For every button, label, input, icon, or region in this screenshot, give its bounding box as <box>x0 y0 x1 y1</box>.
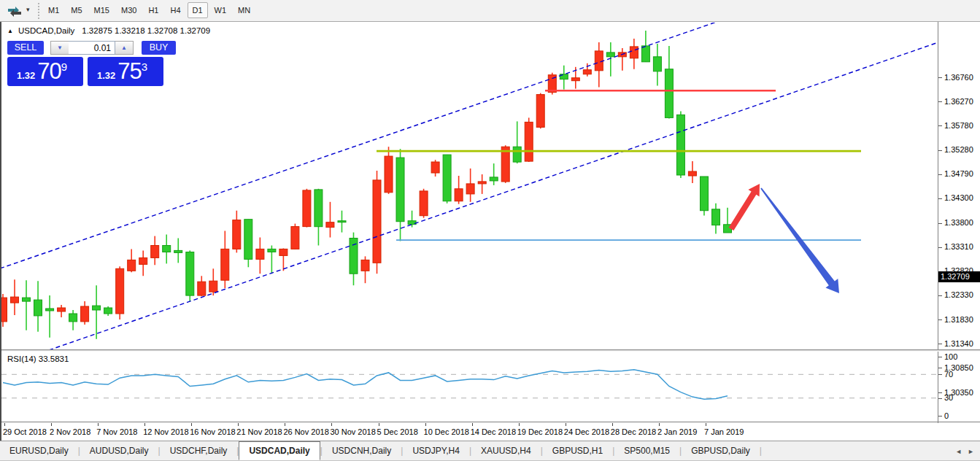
volume-decrease-button[interactable]: ▼ <box>50 41 69 55</box>
current-price-tag: 1.32709 <box>938 271 980 282</box>
date-axis-label: 28 Dec 2018 <box>611 427 656 436</box>
rsi-indicator-label: RSI(14) 33.5831 <box>7 355 69 363</box>
volume-input[interactable] <box>69 41 115 55</box>
date-axis-label: 10 Dec 2018 <box>424 427 469 436</box>
tab-usdjpy-h4[interactable]: USDJPY,H4 <box>403 441 468 460</box>
rsi-axis-label: 0 <box>944 411 949 420</box>
tab-scroll-right-icon[interactable]: ► <box>968 448 974 455</box>
price-axis-label: 1.35280 <box>944 145 973 154</box>
price-axis-label: 1.36760 <box>944 73 973 82</box>
tab-usdchf-daily[interactable]: USDCHF,Daily <box>161 441 237 460</box>
sell-price-sup: 9 <box>61 61 67 73</box>
date-axis-label: 2 Jan 2019 <box>657 427 697 436</box>
date-axis-label: 7 Nov 2018 <box>96 427 137 436</box>
price-axis-tick <box>938 150 942 151</box>
rsi-axis-tick <box>938 357 942 357</box>
tab-usdcad-daily[interactable]: USDCAD,Daily <box>239 441 320 460</box>
sell-button[interactable]: SELL <box>7 41 44 55</box>
collapse-panel-icon[interactable]: ▲ <box>7 28 13 34</box>
date-axis-tick <box>472 423 473 426</box>
buy-quote-box[interactable]: 1.32 75 3 <box>88 57 163 86</box>
chart-type-icon[interactable] <box>6 4 25 18</box>
rsi-axis-tick <box>938 398 942 399</box>
date-axis-tick <box>659 423 660 426</box>
tab-audusd-daily[interactable]: AUDUSD,Daily <box>80 441 158 460</box>
price-axis-label: 1.33800 <box>944 218 973 227</box>
trading-terminal-window: ▾ M1M5M15M30H1H4D1W1MN ▲USDCAD,Daily1.32… <box>0 0 980 461</box>
tab-xauusd-h4[interactable]: XAUUSD,H4 <box>471 441 541 460</box>
date-axis-label: 29 Oct 2018 <box>3 427 47 436</box>
price-axis-label: 1.31830 <box>944 315 973 324</box>
timeframe-button-d1[interactable]: D1 <box>188 2 208 18</box>
date-axis-tick <box>238 423 239 426</box>
price-axis-tick <box>938 198 942 199</box>
rsi-axis-label: 100 <box>944 352 957 361</box>
sell-price-prefix: 1.32 <box>17 70 35 81</box>
date-axis: 29 Oct 20182 Nov 20187 Nov 201812 Nov 20… <box>1 423 980 441</box>
date-axis-tick <box>519 423 520 426</box>
chart-tab-bar: EURUSD,Daily|AUDUSD,Daily|USDCHF,Daily|U… <box>0 441 980 461</box>
rsi-bottom-border <box>1 422 980 422</box>
price-axis-tick <box>938 392 942 393</box>
rsi-axis-label: 30 <box>944 393 953 402</box>
rsi-axis-tick <box>938 416 942 417</box>
timeframe-button-h4[interactable]: H4 <box>165 2 185 18</box>
price-axis-tick <box>938 101 942 102</box>
date-axis-label: 7 Jan 2019 <box>704 427 744 436</box>
chart-title: ▲USDCAD,Daily1.32875 1.33218 1.32708 1.3… <box>7 26 210 35</box>
price-axis-tick <box>938 368 942 368</box>
date-axis-label: 16 Nov 2018 <box>190 427 235 436</box>
date-axis-tick <box>191 423 192 426</box>
price-axis-tick <box>938 319 942 320</box>
chart-symbol-label: USDCAD,Daily <box>18 26 74 35</box>
date-axis-label: 12 Nov 2018 <box>143 427 188 436</box>
sell-quote-box[interactable]: 1.32 70 9 <box>7 57 83 86</box>
date-axis-label: 26 Nov 2018 <box>283 427 328 436</box>
price-axis-label: 1.36270 <box>944 97 973 106</box>
price-axis-tick <box>938 125 942 126</box>
price-axis-tick <box>938 247 942 248</box>
timeframe-button-m15[interactable]: M15 <box>89 2 115 18</box>
tab-eurusd-daily[interactable]: EURUSD,Daily <box>0 441 78 460</box>
timeframe-button-m5[interactable]: M5 <box>66 2 87 18</box>
date-axis-label: 5 Dec 2018 <box>377 427 418 436</box>
tab-scroll-buttons: ◄ ► <box>955 441 974 461</box>
date-axis-tick <box>425 423 426 426</box>
date-axis-label: 19 Dec 2018 <box>517 427 563 436</box>
price-axis-tick <box>938 77 942 78</box>
sell-price-big: 70 <box>37 58 61 85</box>
tab-gbpusd-h1[interactable]: GBPUSD,H1 <box>543 441 612 460</box>
timeframe-button-m1[interactable]: M1 <box>43 2 64 18</box>
price-axis-tick <box>938 174 942 175</box>
timeframe-button-mn[interactable]: MN <box>233 2 255 18</box>
date-axis-tick <box>285 423 285 426</box>
chart-type-dropdown-caret-icon[interactable]: ▾ <box>26 6 30 13</box>
timeframe-button-m30[interactable]: M30 <box>116 2 142 18</box>
buy-price-sup: 3 <box>142 61 147 73</box>
volume-increase-button[interactable]: ▲ <box>115 41 134 55</box>
date-axis-tick <box>4 423 5 426</box>
timeframe-button-w1[interactable]: W1 <box>209 2 232 18</box>
date-axis-label: 21 Nov 2018 <box>236 427 282 436</box>
buy-button[interactable]: BUY <box>142 41 176 55</box>
price-axis-label: 1.33310 <box>944 242 973 251</box>
tab-usdcnh-daily[interactable]: USDCNH,Daily <box>323 441 401 460</box>
rsi-canvas[interactable] <box>1 352 938 422</box>
timeframe-button-h1[interactable]: H1 <box>143 2 163 18</box>
toolbar-grip[interactable] <box>38 3 39 19</box>
quote-boxes: 1.32 70 9 1.32 75 3 <box>7 57 163 86</box>
date-axis-tick <box>612 423 613 426</box>
date-axis-label: 14 Dec 2018 <box>471 427 516 436</box>
chart-window: ▲USDCAD,Daily1.32875 1.33218 1.32708 1.3… <box>0 22 980 441</box>
tab-sp500-m15[interactable]: SP500,M15 <box>614 441 679 460</box>
timeframe-toolbar: ▾ M1M5M15M30H1H4D1W1MN <box>0 0 980 22</box>
buy-price-big: 75 <box>117 58 141 85</box>
price-axis-label: 1.32330 <box>944 290 973 299</box>
axis-separator <box>938 22 938 439</box>
date-axis-label: 24 Dec 2018 <box>564 427 609 436</box>
date-axis-tick <box>331 423 332 426</box>
one-click-trade-panel: SELL ▼ ▲ BUY <box>7 41 176 55</box>
tab-gbpusd-daily[interactable]: GBPUSD,Daily <box>682 441 760 460</box>
rsi-axis-tick <box>938 374 942 375</box>
tab-scroll-left-icon[interactable]: ◄ <box>955 448 962 455</box>
